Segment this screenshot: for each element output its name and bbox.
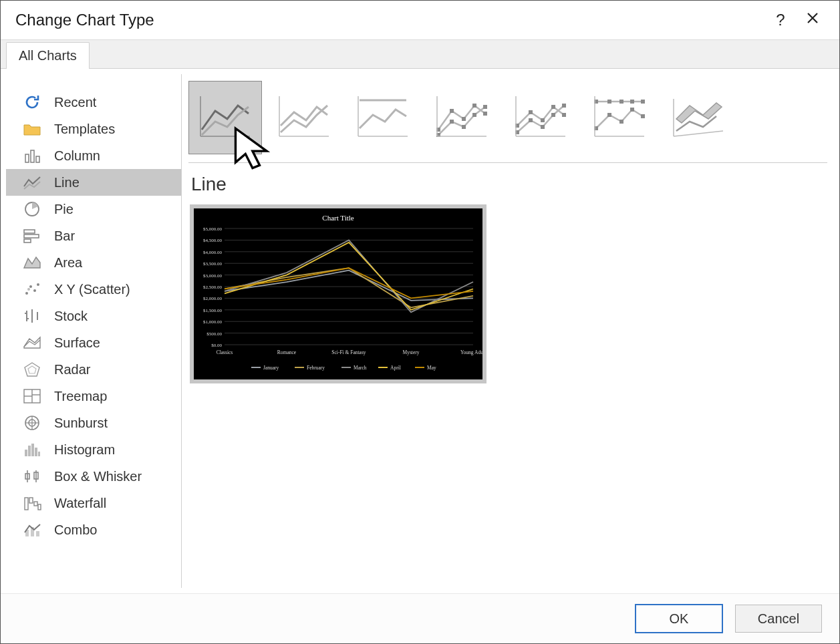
svg-text:Mystery: Mystery (403, 349, 420, 355)
sidebar-item-bar[interactable]: Bar (6, 222, 181, 249)
svg-point-8 (29, 285, 32, 288)
svg-text:Chart Title: Chart Title (322, 214, 354, 222)
svg-rect-0 (25, 154, 29, 162)
chart-preview-svg: Chart Title$0.00$500.00$1,000.00$1,500.0… (194, 208, 482, 379)
main-area: Recent Templates Column Line Pie (1, 68, 839, 593)
sidebar-item-box-whisker[interactable]: Box & Whisker (6, 463, 181, 490)
3d-line-subtype-icon (670, 92, 727, 143)
svg-text:$0.00: $0.00 (211, 343, 222, 348)
svg-rect-72 (562, 104, 566, 108)
svg-rect-60 (483, 105, 487, 109)
subtype-100-stacked-line[interactable] (346, 81, 420, 154)
sidebar-item-histogram[interactable]: Histogram (6, 436, 181, 463)
svg-text:March: March (354, 365, 367, 371)
button-label: OK (670, 611, 689, 627)
line-markers-subtype-icon (433, 92, 491, 143)
subtype-line-markers[interactable] (425, 81, 499, 154)
stacked-line-markers-subtype-icon (512, 92, 569, 143)
stock-icon (22, 308, 42, 324)
svg-rect-4 (24, 230, 35, 233)
sidebar-item-recent[interactable]: Recent (6, 89, 181, 116)
dialog-title: Change Chart Type (15, 11, 764, 29)
subtype-100-stacked-line-markers[interactable] (583, 81, 656, 154)
tab-strip: All Charts (1, 39, 839, 68)
sidebar-item-label: Area (54, 255, 82, 271)
sidebar-item-scatter[interactable]: X Y (Scatter) (6, 276, 181, 303)
chart-preview-thumbnail[interactable]: Chart Title$0.00$500.00$1,000.00$1,500.0… (190, 204, 486, 383)
surface-icon (22, 335, 42, 351)
sidebar-item-label: Pie (54, 202, 74, 217)
svg-rect-66 (551, 105, 555, 109)
pie-icon (22, 201, 42, 217)
svg-rect-29 (31, 444, 34, 456)
svg-rect-59 (472, 113, 476, 117)
sidebar-item-column[interactable]: Column (6, 142, 181, 169)
sidebar-item-label: Radar (54, 362, 90, 377)
svg-text:$3,000.00: $3,000.00 (203, 273, 223, 279)
sidebar-item-surface[interactable]: Surface (6, 329, 181, 356)
svg-rect-65 (541, 118, 545, 122)
svg-rect-52 (450, 109, 454, 113)
sidebar-item-combo[interactable]: Combo (6, 516, 181, 543)
sidebar-item-line[interactable]: Line (6, 169, 181, 196)
svg-rect-58 (462, 125, 466, 129)
subtype-3d-line[interactable] (662, 81, 735, 154)
sidebar-item-area[interactable]: Area (6, 249, 181, 276)
sidebar-item-label: Combo (54, 522, 97, 538)
svg-rect-67 (562, 113, 566, 117)
sidebar-item-label: Box & Whisker (54, 469, 142, 484)
subtype-stacked-line-markers[interactable] (504, 81, 577, 154)
svg-rect-27 (25, 450, 27, 456)
svg-rect-38 (34, 502, 37, 506)
sidebar-item-sunburst[interactable]: Sunburst (6, 410, 181, 436)
subtype-line[interactable] (188, 81, 262, 154)
svg-rect-69 (529, 118, 533, 122)
combo-icon (22, 522, 42, 538)
svg-rect-28 (28, 446, 31, 456)
folder-icon (22, 121, 42, 137)
sidebar-item-stock[interactable]: Stock (6, 303, 181, 329)
help-icon: ? (776, 11, 785, 29)
sidebar-item-label: Stock (54, 309, 88, 324)
svg-text:February: February (307, 365, 325, 371)
treemap-icon (22, 388, 42, 404)
svg-text:$500.00: $500.00 (206, 331, 222, 337)
sidebar-item-pie[interactable]: Pie (6, 196, 181, 222)
svg-rect-82 (607, 113, 611, 117)
chart-subtype-row (188, 81, 827, 163)
line-subtype-icon (196, 92, 254, 143)
recent-icon (22, 94, 42, 110)
sidebar-item-templates[interactable]: Templates (6, 116, 181, 142)
svg-rect-70 (541, 125, 545, 129)
svg-text:$2,000.00: $2,000.00 (203, 296, 223, 301)
close-button[interactable] (797, 4, 829, 36)
sidebar-item-label: Column (54, 148, 100, 164)
svg-rect-71 (551, 113, 555, 117)
ok-button[interactable]: OK (635, 604, 723, 633)
sidebar-item-label: Treemap (54, 389, 107, 404)
svg-text:$4,000.00: $4,000.00 (203, 250, 223, 255)
chart-category-sidebar: Recent Templates Column Line Pie (6, 74, 182, 588)
button-label: Cancel (758, 611, 799, 627)
svg-rect-57 (450, 120, 454, 124)
sidebar-item-label: Bar (54, 228, 75, 244)
sidebar-item-waterfall[interactable]: Waterfall (6, 490, 181, 516)
subtype-stacked-line[interactable] (267, 81, 341, 154)
svg-rect-5 (24, 234, 39, 238)
svg-text:May: May (427, 365, 436, 371)
sidebar-item-radar[interactable]: Radar (6, 356, 181, 383)
svg-text:Classics: Classics (217, 349, 233, 355)
cancel-button[interactable]: Cancel (735, 605, 822, 633)
svg-rect-2 (36, 156, 39, 162)
svg-rect-30 (35, 448, 37, 456)
help-button[interactable]: ? (764, 4, 797, 36)
svg-text:$1,500.00: $1,500.00 (203, 308, 223, 313)
tab-all-charts[interactable]: All Charts (6, 42, 90, 69)
sidebar-item-label: Sunburst (54, 416, 108, 431)
svg-text:Romance: Romance (277, 349, 297, 355)
close-icon (806, 11, 819, 29)
stacked-line-subtype-icon (275, 92, 333, 143)
svg-rect-84 (630, 108, 634, 112)
column-icon (22, 148, 42, 164)
sidebar-item-treemap[interactable]: Treemap (6, 383, 181, 410)
